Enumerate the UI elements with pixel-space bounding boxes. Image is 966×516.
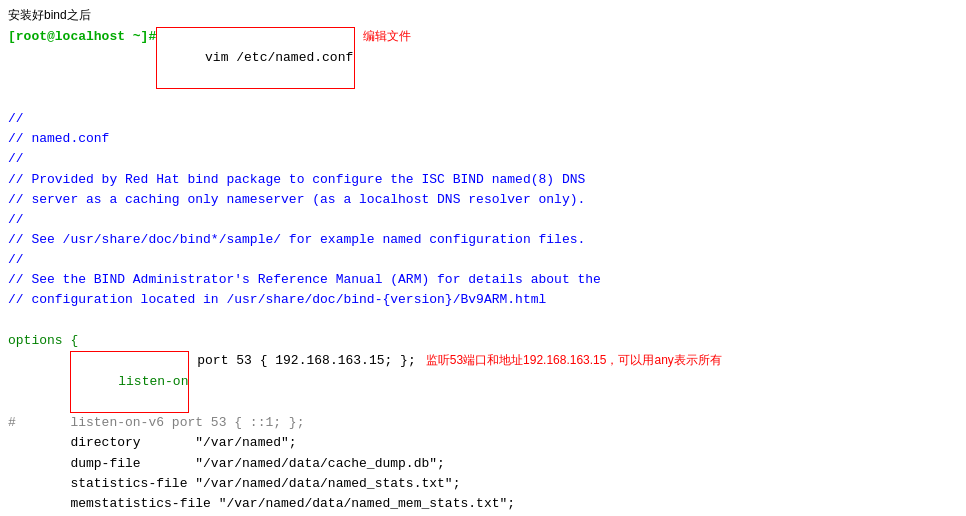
directory-line: directory "/var/named"; bbox=[8, 433, 958, 453]
listen-box: listen-on bbox=[70, 351, 189, 413]
options-line: options { bbox=[8, 331, 958, 351]
listen-keyword: listen-on bbox=[118, 374, 188, 389]
comment-5: // server as a caching only nameserver (… bbox=[8, 190, 958, 210]
dump-text: dump-file "/var/named/data/cache_dump.db… bbox=[8, 454, 445, 474]
listen-on-line: listen-on port 53 { 192.168.163.15; }; 监… bbox=[8, 351, 958, 413]
listen-annotation: 监听53端口和地址192.168.163.15，可以用any表示所有 bbox=[426, 351, 722, 370]
stats-text: statistics-file "/var/named/data/named_s… bbox=[8, 474, 460, 494]
comment-8: // bbox=[8, 250, 958, 270]
comment-1: // bbox=[8, 109, 958, 129]
comment-10: // configuration located in /usr/share/d… bbox=[8, 290, 958, 310]
prompt: [root@localhost ~]# bbox=[8, 27, 156, 47]
terminal: 安装好bind之后 [root@localhost ~]# vim /etc/n… bbox=[0, 0, 966, 516]
comment-6: // bbox=[8, 210, 958, 230]
blank-1 bbox=[8, 89, 958, 109]
command-text: vim /etc/named.conf bbox=[205, 50, 353, 65]
command-line: [root@localhost ~]# vim /etc/named.conf … bbox=[8, 27, 958, 89]
comment-2: // named.conf bbox=[8, 129, 958, 149]
command-box: vim /etc/named.conf bbox=[156, 27, 355, 89]
comment-9: // See the BIND Administrator's Referenc… bbox=[8, 270, 958, 290]
listen-rest: port 53 { 192.168.163.15; }; bbox=[189, 351, 415, 371]
directory-text: directory "/var/named"; bbox=[8, 433, 297, 453]
dump-line: dump-file "/var/named/data/cache_dump.db… bbox=[8, 454, 958, 474]
hash-comment: # listen-on-v6 port 53 { ::1; }; bbox=[8, 413, 304, 433]
comment-4: // Provided by Red Hat bind package to c… bbox=[8, 170, 958, 190]
comment-7: // See /usr/share/doc/bind*/sample/ for … bbox=[8, 230, 958, 250]
top-cn-text: 安装好bind之后 bbox=[8, 6, 91, 25]
memstats-line: memstatistics-file "/var/named/data/name… bbox=[8, 494, 958, 514]
options-text: options { bbox=[8, 331, 78, 351]
comment-3: // bbox=[8, 149, 958, 169]
edit-label: 编辑文件 bbox=[363, 27, 411, 46]
top-heading: 安装好bind之后 bbox=[8, 6, 958, 25]
memstats-text: memstatistics-file "/var/named/data/name… bbox=[8, 494, 515, 514]
listen-v6-line: # listen-on-v6 port 53 { ::1; }; bbox=[8, 413, 958, 433]
stats-line: statistics-file "/var/named/data/named_s… bbox=[8, 474, 958, 494]
blank-2 bbox=[8, 311, 958, 331]
